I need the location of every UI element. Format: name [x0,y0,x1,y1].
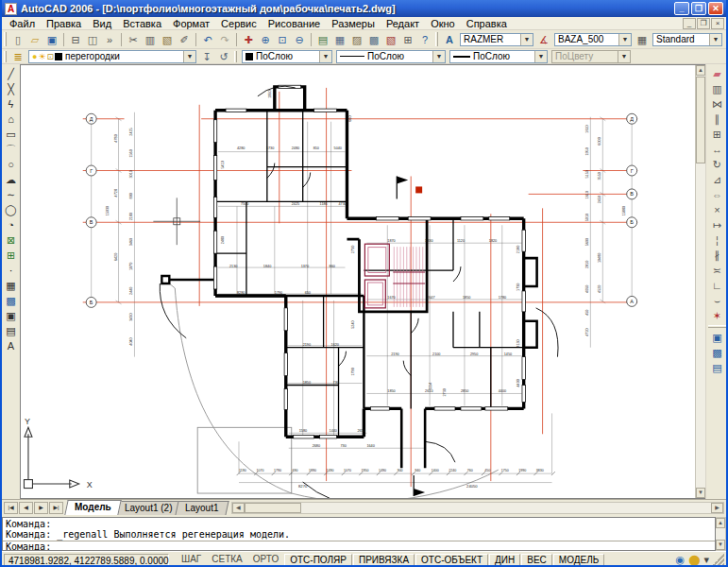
region-button[interactable]: ▣ [3,308,19,323]
toolbar-grip[interactable] [4,51,7,62]
move-button[interactable]: ↔ [709,142,725,157]
status-toggle-отс-поляр[interactable]: ОТС-ПОЛЯР [284,554,352,566]
plot-preview-button[interactable]: ◫ [84,32,101,47]
paste-button[interactable]: ▧ [159,32,176,47]
status-toggle-орто[interactable]: ОРТО [248,554,283,566]
menu-item-8[interactable]: Редакт [381,17,425,30]
point-button[interactable]: · [3,263,19,278]
close-button[interactable]: ✕ [708,2,723,15]
tab-nav-button-0[interactable]: |◀ [4,502,18,514]
status-toggle-привязка[interactable]: ПРИВЯЗКА [353,554,415,566]
polyline-button[interactable]: ϟ [3,96,19,112]
chevron-down-icon[interactable]: ▼ [534,51,547,62]
ellipse-arc-button[interactable]: ◔ [3,217,19,232]
quickcalc-button[interactable]: ⊞ [399,32,416,47]
menu-item-5[interactable]: Сервис [215,17,262,30]
layer-combo[interactable]: ●☀⊡ перегородки ▼ [28,50,196,63]
make-block-button[interactable]: ⊞ [3,248,19,263]
tab-nav-button-1[interactable]: ◀ [19,502,33,514]
toolbar-grip[interactable] [435,32,438,46]
sheetset-manager-button[interactable]: ▩ [365,32,382,47]
zoom-previous-button[interactable]: ⊖ [291,32,308,47]
table-button[interactable]: ▤ [3,323,19,338]
redo-button[interactable]: ↷ [216,32,233,47]
multiline-text-button[interactable]: A [3,338,19,353]
hatch-button[interactable]: ▦ [3,278,19,293]
mdi-restore-button[interactable]: ❐ [697,18,710,29]
tab-модель[interactable]: Модель [64,500,121,515]
save-button[interactable]: ▣ [43,32,60,47]
color-combo[interactable]: ПоСлою ▼ [242,50,332,63]
tab-nav-button-2[interactable]: ▶ [34,502,48,514]
menu-item-2[interactable]: Вид [87,17,117,30]
undo-button[interactable]: ↶ [199,32,216,47]
mdi-close-button[interactable]: × [711,18,724,29]
status-toggle-сетка[interactable]: СЕТКА [207,554,247,566]
rectangle-button[interactable]: ▭ [3,127,19,142]
status-toggle-модель[interactable]: МОДЕЛЬ [553,554,604,566]
new-button[interactable]: ▯ [9,32,26,47]
scroll-left-icon[interactable]: ◀ [232,503,245,513]
scroll-up-icon[interactable]: ▲ [716,518,725,528]
command-text-area[interactable]: Команда:Команда: _regenall Выполняется р… [2,517,716,551]
tab-layout1[interactable]: Layout1 [176,501,229,515]
match-properties-button[interactable]: ✐ [176,32,193,47]
polygon-button[interactable]: ⌂ [3,112,19,127]
send-to-back-button[interactable]: ▩ [709,345,725,360]
revision-cloud-button[interactable]: ☁ [3,172,19,187]
drawing-canvas[interactable]: Y X 428017302480810504073402425118647302… [20,64,705,499]
layer-previous-button[interactable]: ↺ [215,49,232,64]
erase-button[interactable]: ▰ [709,66,725,81]
menu-item-4[interactable]: Формат [167,17,215,30]
scroll-up-icon[interactable]: ▲ [696,65,705,76]
break-at-point-button[interactable]: ¦ [709,232,725,248]
menu-item-3[interactable]: Вставка [117,17,167,30]
fillet-button[interactable]: ⌣ [709,293,725,308]
tray-arrow-icon[interactable]: ▾ [703,554,709,566]
table-style-combo[interactable]: Standard ▼ [652,33,722,46]
rotate-button[interactable]: ↻ [709,157,725,172]
gradient-button[interactable]: ▩ [3,293,19,308]
help-button[interactable]: ? [416,32,433,47]
menu-item-1[interactable]: Правка [41,17,87,30]
scrollbar-thumb[interactable] [696,77,705,163]
chevron-down-icon[interactable]: ▼ [183,51,195,62]
maximize-button[interactable]: ❐ [691,2,706,15]
scrollbar-thumb[interactable] [245,503,301,513]
table-style-button[interactable]: ▦ [634,32,651,47]
trim-button[interactable]: × [709,202,725,217]
text-style-combo[interactable]: RAZMER ▼ [460,33,533,46]
copy-clip-button[interactable]: ▥ [142,32,159,47]
plot-button[interactable]: ⊟ [67,32,84,47]
status-toggle-шаг[interactable]: ШАГ [177,554,206,566]
make-object-layer-current-button[interactable]: ↧ [198,49,215,64]
scale-button[interactable]: ⊿ [709,172,725,187]
spline-button[interactable]: ∼ [3,187,19,202]
scroll-down-icon[interactable]: ▼ [696,488,705,498]
chevron-down-icon[interactable]: ▼ [520,34,533,45]
bring-above-objects-button[interactable]: ▤ [709,360,725,375]
array-button[interactable]: ⊞ [709,127,725,142]
bring-to-front-button[interactable]: ▣ [709,330,725,345]
mdi-minimize-button[interactable]: _ [683,18,696,29]
publish-button[interactable]: » [101,32,118,47]
chevron-down-icon[interactable]: ▼ [319,51,331,62]
chevron-down-icon[interactable]: ▼ [618,34,631,45]
break-button[interactable]: ∦ [709,248,725,263]
insert-block-button[interactable]: ⊠ [3,232,19,248]
status-toggle-дин[interactable]: ДИН [489,554,520,566]
scroll-right-icon[interactable]: ▶ [711,503,723,513]
tab-layout1-2-[interactable]: Layout1 (2) [114,501,182,515]
toolbar-lock-icon[interactable]: ⬤ [688,554,700,566]
copy-object-button[interactable]: ▥ [709,81,725,96]
chamfer-button[interactable]: ∟ [709,278,725,293]
construction-line-button[interactable]: ╳ [3,81,19,96]
pan-realtime-button[interactable]: ✚ [240,32,257,47]
stretch-button[interactable]: ⇔ [709,187,725,202]
command-scrollbar[interactable]: ▲ ▼ [716,517,726,551]
chevron-down-icon[interactable]: ▼ [709,34,721,45]
lineweight-combo[interactable]: ПоСлою ▼ [449,50,548,63]
designcenter-button[interactable]: ▦ [331,32,348,47]
join-button[interactable]: ≍ [709,263,725,278]
open-button[interactable]: ▱ [26,32,43,47]
